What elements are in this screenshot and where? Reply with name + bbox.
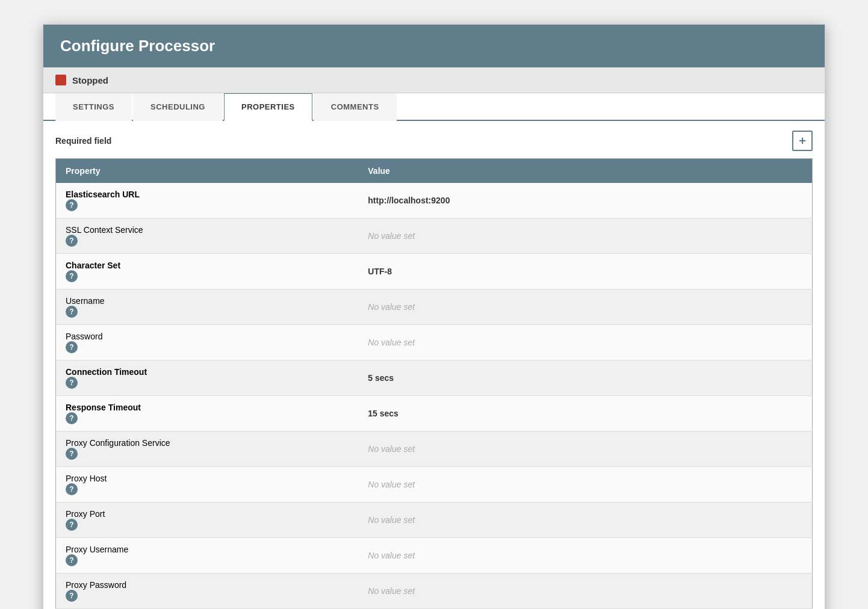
property-value[interactable]: No value set <box>358 538 812 573</box>
property-name: Response Timeout <box>66 403 349 412</box>
property-name: Proxy Port <box>66 509 349 519</box>
help-icon[interactable]: ? <box>66 412 78 424</box>
property-value[interactable]: http://localhost:9200 <box>358 183 812 218</box>
content-area: Required field + Property Value Elastics… <box>43 121 825 609</box>
property-value[interactable]: 5 secs <box>358 360 812 396</box>
help-icon[interactable]: ? <box>66 590 78 602</box>
property-name: Proxy Host <box>66 474 349 483</box>
property-value[interactable]: 15 secs <box>358 396 812 431</box>
table-row[interactable]: Proxy Username?No value set <box>56 538 813 573</box>
property-name: Elasticsearch URL <box>66 190 349 199</box>
add-property-button[interactable]: + <box>792 131 813 151</box>
tab-settings[interactable]: SETTINGS <box>55 93 132 121</box>
help-icon[interactable]: ? <box>66 270 78 282</box>
tab-properties[interactable]: PROPERTIES <box>224 93 312 121</box>
table-row[interactable]: Password?No value set <box>56 325 813 360</box>
properties-table: Property Value Elasticsearch URL?http://… <box>55 158 813 609</box>
dialog-title: Configure Processor <box>60 37 808 55</box>
help-icon[interactable]: ? <box>66 235 78 247</box>
property-value[interactable]: No value set <box>358 325 812 360</box>
property-name: Username <box>66 296 349 306</box>
help-icon[interactable]: ? <box>66 341 78 353</box>
property-name: Password <box>66 332 349 341</box>
table-row[interactable]: Proxy Configuration Service?No value set <box>56 431 813 467</box>
help-icon[interactable]: ? <box>66 199 78 211</box>
help-icon[interactable]: ? <box>66 448 78 460</box>
table-row[interactable]: Elasticsearch URL?http://localhost:9200 <box>56 183 813 218</box>
property-name: Character Set <box>66 261 349 270</box>
required-row: Required field + <box>55 131 813 151</box>
help-icon[interactable]: ? <box>66 519 78 531</box>
help-icon[interactable]: ? <box>66 377 78 389</box>
property-value[interactable]: No value set <box>358 467 812 502</box>
property-name: Proxy Configuration Service <box>66 438 349 448</box>
property-value[interactable]: No value set <box>358 431 812 467</box>
help-icon[interactable]: ? <box>66 483 78 495</box>
table-row[interactable]: Proxy Port?No value set <box>56 502 813 538</box>
property-name: Proxy Username <box>66 545 349 554</box>
table-row[interactable]: Proxy Password?No value set <box>56 573 813 609</box>
required-field-label: Required field <box>55 136 111 146</box>
tab-comments[interactable]: COMMENTS <box>314 93 397 121</box>
table-row[interactable]: Connection Timeout?5 secs <box>56 360 813 396</box>
col-header-property: Property <box>56 159 359 184</box>
property-name: Proxy Password <box>66 580 349 590</box>
property-name: Connection Timeout <box>66 367 349 377</box>
help-icon[interactable]: ? <box>66 306 78 318</box>
table-header-row: Property Value <box>56 159 813 184</box>
status-indicator <box>55 75 66 85</box>
table-row[interactable]: Character Set?UTF-8 <box>56 254 813 289</box>
table-row[interactable]: SSL Context Service?No value set <box>56 218 813 254</box>
col-header-value: Value <box>358 159 812 184</box>
table-row[interactable]: Proxy Host?No value set <box>56 467 813 502</box>
property-value[interactable]: No value set <box>358 502 812 538</box>
status-bar: Stopped <box>43 67 825 93</box>
help-icon[interactable]: ? <box>66 554 78 566</box>
property-value[interactable]: No value set <box>358 218 812 254</box>
tabs-bar: SETTINGS SCHEDULING PROPERTIES COMMENTS <box>43 93 825 121</box>
table-row[interactable]: Response Timeout?15 secs <box>56 396 813 431</box>
status-label: Stopped <box>72 75 108 85</box>
tab-scheduling[interactable]: SCHEDULING <box>133 93 223 121</box>
property-value[interactable]: No value set <box>358 289 812 325</box>
property-name: SSL Context Service <box>66 225 349 235</box>
table-row[interactable]: Username?No value set <box>56 289 813 325</box>
dialog-header: Configure Processor <box>43 25 825 67</box>
property-value[interactable]: UTF-8 <box>358 254 812 289</box>
property-value[interactable]: No value set <box>358 573 812 609</box>
configure-processor-dialog: Configure Processor Stopped SETTINGS SCH… <box>43 24 825 609</box>
